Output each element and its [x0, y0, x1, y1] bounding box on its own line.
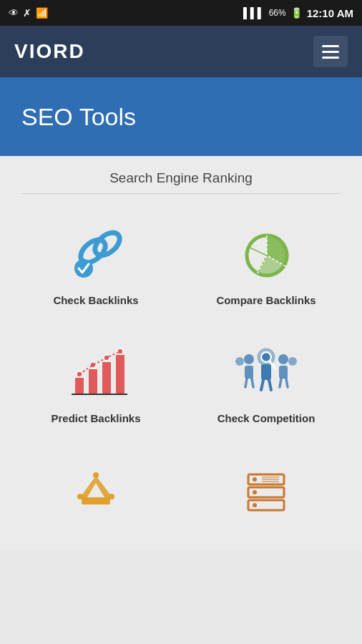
- svg-point-23: [288, 357, 297, 366]
- tool-6-icon: [234, 462, 298, 519]
- tool-card-check-competition[interactable]: Check Competition: [185, 326, 348, 437]
- signal-icon: ▌▌▌: [243, 7, 265, 19]
- svg-rect-7: [75, 378, 84, 394]
- svg-point-35: [93, 472, 99, 478]
- svg-line-29: [245, 379, 247, 387]
- hero-title: SEO Tools: [21, 103, 136, 131]
- tool-5-icon: [64, 462, 128, 519]
- svg-line-30: [252, 379, 253, 387]
- hero-section: SEO Tools: [0, 77, 362, 156]
- tool-card-5[interactable]: [14, 444, 177, 543]
- battery-icon: 🔋: [290, 7, 303, 19]
- bluetooth-icon: ✗: [23, 7, 31, 19]
- wifi-icon: 📶: [36, 7, 48, 19]
- status-bar: 👁 ✗ 📶 ▌▌▌ 66% 🔋 12:10 AM: [0, 0, 362, 26]
- svg-rect-34: [82, 497, 110, 504]
- hamburger-line-3: [322, 57, 339, 59]
- predict-backlinks-label: Predict Backlinks: [51, 412, 140, 424]
- svg-point-20: [278, 354, 288, 364]
- svg-point-41: [253, 477, 257, 482]
- main-content: Search Engine Ranking Check Backl: [0, 156, 362, 550]
- section-title: Search Engine Ranking: [7, 170, 355, 186]
- predict-backlinks-icon: [64, 343, 128, 401]
- svg-line-27: [261, 380, 263, 390]
- svg-point-2: [74, 259, 93, 278]
- svg-rect-17: [261, 364, 271, 380]
- status-bar-left: 👁 ✗ 📶: [9, 7, 239, 19]
- app-logo: VIORD: [14, 40, 85, 63]
- check-competition-label: Check Competition: [217, 412, 315, 424]
- tools-grid: Check Backlinks: [7, 208, 355, 437]
- svg-point-37: [109, 494, 114, 499]
- check-competition-icon: [234, 343, 298, 401]
- svg-rect-8: [89, 369, 97, 394]
- hamburger-line-1: [322, 45, 339, 47]
- svg-line-32: [286, 379, 288, 387]
- tools-grid-bottom: [7, 444, 355, 543]
- eye-icon: 👁: [9, 7, 19, 19]
- svg-point-22: [235, 357, 244, 366]
- status-time: 12:10 AM: [307, 7, 353, 19]
- svg-marker-33: [80, 476, 112, 497]
- svg-rect-10: [116, 355, 124, 394]
- svg-line-28: [269, 380, 271, 390]
- tool-card-check-backlinks[interactable]: Check Backlinks: [14, 208, 177, 319]
- svg-rect-9: [102, 362, 111, 394]
- section-divider: [21, 193, 341, 194]
- menu-button[interactable]: [313, 36, 348, 67]
- svg-point-15: [117, 348, 123, 354]
- check-backlinks-icon: [64, 225, 128, 283]
- app-bar: VIORD: [0, 26, 362, 77]
- svg-point-42: [253, 490, 257, 494]
- compare-backlinks-label: Compare Backlinks: [216, 294, 315, 306]
- hamburger-line-2: [322, 51, 339, 53]
- svg-point-36: [77, 494, 83, 499]
- tool-card-6[interactable]: [185, 444, 348, 543]
- tool-card-predict-backlinks[interactable]: Predict Backlinks: [14, 326, 177, 437]
- svg-line-31: [280, 379, 281, 387]
- battery-percentage: 66%: [269, 8, 286, 18]
- svg-rect-19: [245, 366, 253, 379]
- check-backlinks-label: Check Backlinks: [53, 294, 138, 306]
- compare-backlinks-icon: [234, 225, 298, 283]
- svg-point-43: [253, 503, 257, 507]
- tool-card-compare-backlinks[interactable]: Compare Backlinks: [185, 208, 348, 319]
- svg-rect-21: [279, 366, 288, 379]
- svg-point-18: [244, 354, 254, 364]
